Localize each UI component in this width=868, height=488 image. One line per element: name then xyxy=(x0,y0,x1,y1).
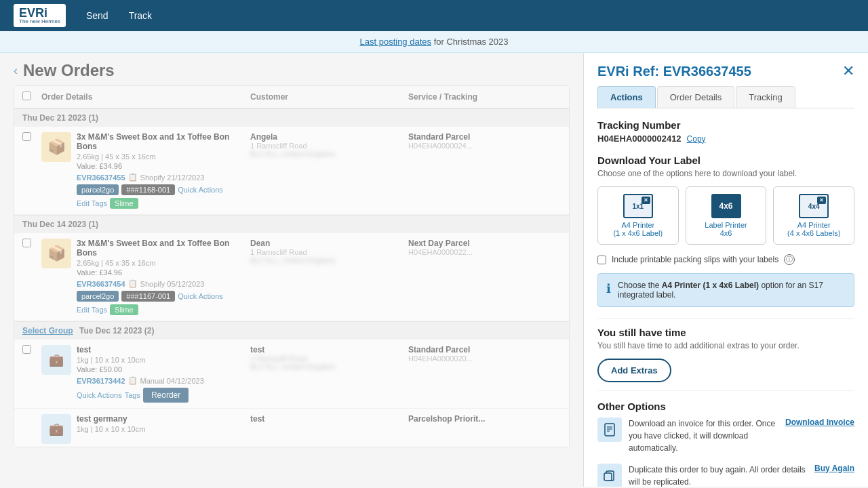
order-details: 3x M&M's Sweet Box and 1x Toffee Bon Bon… xyxy=(77,132,245,209)
download-label-sub: Choose one of the options here to downlo… xyxy=(597,169,854,178)
order-name: 3x M&M's Sweet Box and 1x Toffee Bon Bon… xyxy=(77,132,245,151)
announcement-link[interactable]: Last posting dates xyxy=(360,37,432,47)
order-details: 3x M&M's Sweet Box and 1x Toffee Bon Bon… xyxy=(77,239,245,315)
quick-actions-link[interactable]: Quick Actions xyxy=(77,391,122,399)
order-details: test 1kg | 10 x 10 x 10cm Value: £50.00 … xyxy=(77,345,245,403)
label-option-printer-4x6[interactable]: 4x6 Label Printer4x6 xyxy=(686,186,767,245)
order-name: test germany xyxy=(77,414,245,424)
order-service: Parcelshop Priorit... xyxy=(408,414,561,424)
label-option-a4-1x4x6[interactable]: 1x1 ✕ A4 Printer(1 x 4x6 Label) xyxy=(597,186,679,245)
customer-addr: 1 Ramscliff RoadBL2 9L1, United Kingdom xyxy=(250,248,403,264)
order-service: Standard Parcel H04EHA0000020... xyxy=(408,345,561,363)
order-ref-row: EVR36637455 📋 Shopify 21/12/2023 parcel2… xyxy=(77,173,245,209)
quick-actions-link[interactable]: Quick Actions xyxy=(178,186,223,194)
download-invoice-link[interactable]: Download Invoice xyxy=(785,418,854,427)
duplicate-icon xyxy=(597,464,622,487)
order-image: 📦 xyxy=(41,132,71,162)
still-time-title: You still have time xyxy=(597,327,854,338)
select-all-checkbox[interactable] xyxy=(22,92,31,100)
svg-rect-0 xyxy=(605,424,614,436)
platform-date: Shopify 05/12/2023 xyxy=(140,280,205,288)
order-service: Standard Parcel H04EHA0000024... xyxy=(408,132,561,150)
reorder-button[interactable]: Reorder xyxy=(143,388,189,403)
row-checkbox[interactable] xyxy=(22,345,31,354)
info-banner-icon: ℹ xyxy=(606,281,611,296)
divider-1 xyxy=(597,318,854,319)
order-image: 📦 xyxy=(41,239,71,268)
copy-icon: 📋 xyxy=(128,173,138,182)
nav-send[interactable]: Send xyxy=(86,10,108,21)
logo-box: EVRi The new Hermes xyxy=(14,4,66,27)
packing-slip-label: Include printable packing slips with you… xyxy=(612,255,778,264)
edit-tags-link[interactable]: Edit Tags xyxy=(77,306,107,314)
tab-order-details[interactable]: Order Details xyxy=(657,86,735,108)
order-customer: test 1 Ramscliff RoadBL2 9L1, United Kin… xyxy=(250,345,403,371)
logo: EVRi The new Hermes xyxy=(14,4,66,27)
page-header: ‹ New Orders xyxy=(0,53,583,85)
drawer-close-button[interactable]: ✕ xyxy=(842,64,854,79)
navbar: EVRi The new Hermes Send Track xyxy=(0,0,868,31)
packing-slip-checkbox[interactable] xyxy=(597,256,606,264)
copy-tracking-link[interactable]: Copy xyxy=(687,134,706,144)
tracking-number-value: H04EHA0000002412 xyxy=(597,134,682,144)
invoice-option-text: Download an invoice for this order. Once… xyxy=(629,418,778,454)
slime-badge: Slime xyxy=(110,198,138,209)
svg-rect-5 xyxy=(604,473,612,481)
drawer-header: EVRi Ref: EVR36637455 ✕ xyxy=(584,53,868,86)
tracking-number-label: Tracking Number xyxy=(597,119,854,131)
badge-order-id: ###1167-001 xyxy=(121,291,175,302)
order-service: Next Day Parcel H04EHA0000022... xyxy=(408,239,561,256)
badge-order-id: ###1168-001 xyxy=(121,184,175,195)
edit-tags-link[interactable]: Edit Tags xyxy=(77,199,107,207)
table-row: 📦 3x M&M's Sweet Box and 1x Toffee Bon B… xyxy=(14,233,569,321)
label-option-a4-4x4x6[interactable]: 4x4 ✕ A4 Printer(4 x 4x6 Labels) xyxy=(773,186,854,245)
row-checkbox[interactable] xyxy=(22,132,31,141)
customer-addr: 1 Ramscliff RoadBL2 9L1, United Kingdom xyxy=(250,142,403,158)
announcement-bar: Last posting dates for Christmas 2023 xyxy=(0,31,868,53)
quick-actions-link[interactable]: Quick Actions xyxy=(178,292,223,300)
date-group-1: Thu Dec 21 2023 (1) xyxy=(14,108,569,127)
logo-text: EVRi xyxy=(19,7,60,19)
label-option-label-1: A4 Printer(1 x 4x6 Label) xyxy=(602,221,674,237)
tab-actions[interactable]: Actions xyxy=(597,86,656,108)
order-meta: 2.65kg | 45 x 35 x 16cm xyxy=(77,259,245,267)
other-option-invoice: Download an invoice for this order. Once… xyxy=(597,418,854,454)
order-value: Value: £34.96 xyxy=(77,268,245,277)
order-customer: Angela 1 Ramscliff RoadBL2 9L1, United K… xyxy=(250,132,403,158)
packing-slip-row: Include printable packing slips with you… xyxy=(597,254,854,265)
nav-track[interactable]: Track xyxy=(129,10,152,21)
label-icon-1x1: 1x1 ✕ xyxy=(623,194,653,218)
invoice-icon xyxy=(597,418,622,442)
col-order-header: Order Details xyxy=(41,92,245,102)
order-ref-row: EVR36173442 📋 Manual 04/12/2023 Quick Ac… xyxy=(77,376,245,403)
order-ref: EVR36637455 xyxy=(77,174,125,182)
row-checkbox[interactable] xyxy=(22,239,31,247)
other-option-duplicate: Duplicate this order to buy again. All o… xyxy=(597,464,854,487)
drawer-content: Tracking Number H04EHA0000002412 Copy Do… xyxy=(584,108,868,487)
order-name: 3x M&M's Sweet Box and 1x Toffee Bon Bon… xyxy=(77,239,245,258)
date-group-3: Select Group Tue Dec 12 2023 (2) xyxy=(14,321,569,340)
tab-tracking[interactable]: Tracking xyxy=(736,86,795,108)
drawer-panel: EVRi Ref: EVR36637455 ✕ Actions Order De… xyxy=(583,53,868,487)
table-header: Order Details Customer Service / Trackin… xyxy=(14,86,569,108)
badge-platform[interactable]: parcel2go xyxy=(77,184,119,195)
customer-addr: 1 Ramscliff RoadBL2 9L1, United Kingdom xyxy=(250,354,403,371)
badge-platform[interactable]: parcel2go xyxy=(77,291,119,302)
add-extras-button[interactable]: Add Extras xyxy=(597,359,671,382)
buy-again-link[interactable]: Buy Again xyxy=(814,464,854,473)
label-options-row: 1x1 ✕ A4 Printer(1 x 4x6 Label) 4x6 Labe… xyxy=(597,186,854,245)
info-banner: ℹ Choose the A4 Printer (1 x 4x6 Label) … xyxy=(597,273,854,307)
back-button[interactable]: ‹ xyxy=(14,64,18,78)
edit-tags-link[interactable]: Tags xyxy=(125,391,140,399)
platform-date: Manual 04/12/2023 xyxy=(140,377,204,385)
order-meta: 1kg | 10 x 10 x 10cm xyxy=(77,425,245,433)
order-ref: EVR36173442 xyxy=(77,377,125,385)
order-customer: test xyxy=(250,414,403,424)
download-label-title: Download Your Label xyxy=(597,155,854,166)
packing-slip-info-icon[interactable]: ⓘ xyxy=(784,254,795,265)
select-group-link[interactable]: Select Group xyxy=(22,326,73,336)
info-banner-text: Choose the A4 Printer (1 x 4x6 Label) op… xyxy=(618,281,846,300)
label-option-label-3: A4 Printer(4 x 4x6 Labels) xyxy=(778,221,850,237)
orders-table: Order Details Customer Service / Trackin… xyxy=(14,85,570,447)
col-customer-header: Customer xyxy=(250,92,403,102)
